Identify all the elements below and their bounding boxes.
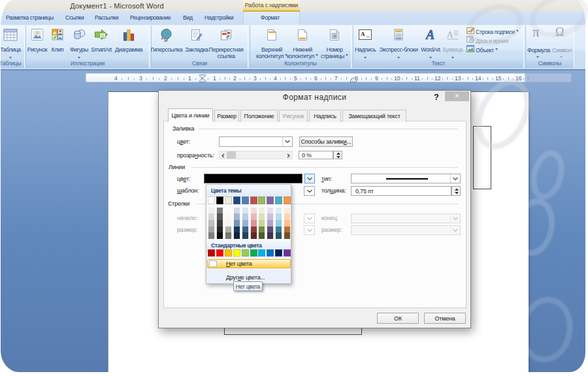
svg-text:A: A xyxy=(425,29,435,41)
svg-text:A: A xyxy=(361,31,365,37)
svg-text:A: A xyxy=(447,29,454,40)
